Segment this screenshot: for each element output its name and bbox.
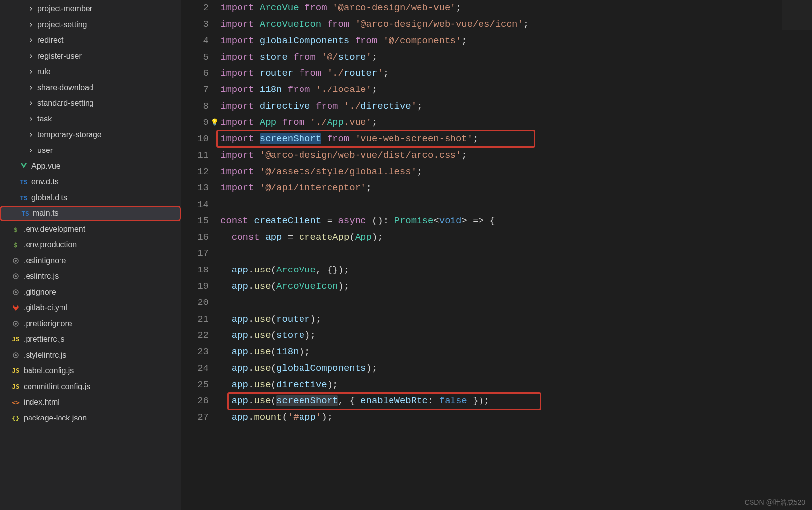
typescript-icon: TS	[19, 193, 29, 203]
file-item-env-d-ts[interactable]: TSenv.d.ts	[0, 174, 181, 190]
chevron-right-icon	[28, 37, 34, 44]
line-number: 9	[181, 115, 209, 131]
svg-point-7	[15, 323, 17, 325]
code-line-7[interactable]: import i18n from './locale';	[220, 82, 812, 98]
file-item-commitlint-config-js[interactable]: JScommitlint.config.js	[0, 379, 181, 394]
svg-point-5	[15, 291, 17, 293]
code-line-2[interactable]: import ArcoVue from '@arco-design/web-vu…	[220, 0, 812, 16]
line-number: 8	[181, 98, 209, 115]
json-icon: {}	[11, 413, 21, 423]
code-line-8[interactable]: import directive from './directive';	[220, 98, 812, 115]
chevron-right-icon	[28, 116, 34, 122]
file-label: .stylelintrc.js	[24, 351, 66, 360]
code-line-13[interactable]: import '@/api/interceptor';	[220, 180, 812, 196]
folder-item-user[interactable]: user	[0, 143, 181, 158]
code-area[interactable]: import ArcoVue from '@arco-design/web-vu…	[220, 0, 812, 510]
code-line-25[interactable]: app.use(directive);	[220, 377, 812, 393]
code-line-12[interactable]: import '@/assets/style/global.less';	[220, 164, 812, 180]
file-item--prettierrc-js[interactable]: JS.prettierrc.js	[0, 331, 181, 347]
file-item--gitlab-ci-yml[interactable]: .gitlab-ci.yml	[0, 300, 181, 316]
line-number: 27	[181, 409, 209, 425]
code-line-6[interactable]: import router from './router';	[220, 65, 812, 82]
code-editor[interactable]: 2345678910111213141516171819202122232425…	[181, 0, 812, 510]
line-number: 3	[181, 16, 209, 32]
line-number: 13	[181, 180, 209, 196]
code-line-14[interactable]	[220, 197, 812, 213]
code-line-3[interactable]: import ArcoVueIcon from '@arco-design/we…	[220, 16, 812, 32]
chevron-right-icon	[28, 5, 34, 12]
file-item--gitignore[interactable]: .gitignore	[0, 284, 181, 300]
folder-item-project-setting[interactable]: project-setting	[0, 17, 181, 32]
line-number: 25	[181, 377, 209, 393]
file-label: .eslintignore	[24, 256, 66, 265]
line-number: 18	[181, 262, 209, 278]
code-line-11[interactable]: import '@arco-design/web-vue/dist/arco.c…	[220, 148, 812, 164]
folder-label: share-download	[37, 83, 93, 92]
code-line-22[interactable]: app.use(store);	[220, 328, 812, 344]
config-icon	[11, 287, 21, 297]
file-item--env-development[interactable]: $.env.development	[0, 221, 181, 237]
folder-item-task[interactable]: task	[0, 111, 181, 127]
code-line-27[interactable]: app.mount('#app');	[220, 409, 812, 425]
file-item--prettierignore[interactable]: .prettierignore	[0, 316, 181, 331]
code-line-9[interactable]: 💡import App from './App.vue';	[220, 115, 812, 131]
line-number: 20	[181, 295, 209, 311]
lightbulb-icon[interactable]: 💡	[211, 115, 219, 131]
file-label: babel.config.js	[24, 366, 74, 375]
line-number: 21	[181, 311, 209, 328]
file-label: .prettierrc.js	[24, 335, 65, 344]
code-line-21[interactable]: app.use(router);	[220, 311, 812, 328]
folder-item-standard-setting[interactable]: standard-setting	[0, 95, 181, 111]
code-line-26[interactable]: app.use(screenShort, { enableWebRtc: fal…	[220, 393, 812, 409]
code-line-23[interactable]: app.use(i18n);	[220, 344, 812, 360]
file-item--eslintrc-js[interactable]: .eslintrc.js	[0, 269, 181, 284]
config-icon	[11, 256, 21, 266]
file-item-index-html[interactable]: <>index.html	[0, 394, 181, 410]
file-label: .env.development	[24, 225, 85, 234]
file-explorer-sidebar[interactable]: project-memberproject-settingredirectreg…	[0, 0, 181, 510]
folder-item-project-member[interactable]: project-member	[0, 1, 181, 17]
code-line-16[interactable]: const app = createApp(App);	[220, 229, 812, 245]
minimap[interactable]	[782, 0, 812, 30]
folder-item-share-download[interactable]: share-download	[0, 80, 181, 95]
file-item-main-ts[interactable]: TSmain.ts	[0, 206, 181, 221]
code-line-4[interactable]: import globalComponents from '@/componen…	[220, 33, 812, 49]
line-number: 11	[181, 148, 209, 164]
file-item-global-d-ts[interactable]: TSglobal.d.ts	[0, 190, 181, 206]
folder-label: temporary-storage	[37, 130, 102, 139]
file-item--eslintignore[interactable]: .eslintignore	[0, 253, 181, 269]
typescript-icon: TS	[19, 177, 29, 187]
file-label: global.d.ts	[31, 193, 67, 202]
code-line-20[interactable]	[220, 295, 812, 311]
env-icon: $	[11, 224, 21, 234]
folder-item-temporary-storage[interactable]: temporary-storage	[0, 127, 181, 143]
code-line-10[interactable]: import screenShort from 'vue-web-screen-…	[220, 131, 812, 147]
chevron-right-icon	[28, 100, 34, 107]
file-item--env-production[interactable]: $.env.production	[0, 237, 181, 253]
typescript-icon: TS	[20, 209, 30, 218]
watermark: CSDN @叶浩成520	[745, 498, 805, 507]
file-label: commitlint.config.js	[24, 382, 90, 391]
folder-label: redirect	[37, 36, 63, 45]
line-number: 14	[181, 197, 209, 213]
folder-item-register-user[interactable]: register-user	[0, 48, 181, 64]
file-item-babel-config-js[interactable]: JSbabel.config.js	[0, 363, 181, 379]
env-icon: $	[11, 240, 21, 250]
folder-item-rule[interactable]: rule	[0, 64, 181, 80]
line-number: 5	[181, 49, 209, 65]
folder-item-redirect[interactable]: redirect	[0, 32, 181, 48]
code-line-15[interactable]: const createClient = async (): Promise<v…	[220, 213, 812, 229]
file-item--stylelintrc-js[interactable]: .stylelintrc.js	[0, 347, 181, 363]
chevron-right-icon	[28, 84, 34, 91]
code-line-19[interactable]: app.use(ArcoVueIcon);	[220, 278, 812, 295]
line-number: 19	[181, 278, 209, 295]
code-line-24[interactable]: app.use(globalComponents);	[220, 360, 812, 377]
javascript-icon: JS	[11, 366, 21, 376]
code-line-5[interactable]: import store from '@/store';	[220, 49, 812, 65]
code-line-18[interactable]: app.use(ArcoVue, {});	[220, 262, 812, 278]
file-item-package-lock-json[interactable]: {}package-lock.json	[0, 410, 181, 426]
file-item-App-vue[interactable]: App.vue	[0, 158, 181, 174]
code-line-17[interactable]	[220, 245, 812, 262]
config-icon	[11, 319, 21, 329]
folder-label: task	[37, 115, 52, 123]
